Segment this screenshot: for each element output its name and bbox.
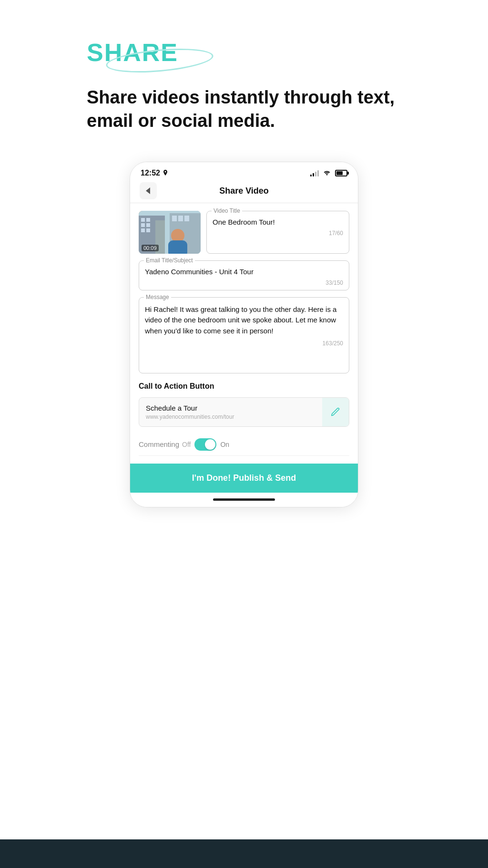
- email-field-label: Email Title/Subject: [144, 257, 195, 264]
- video-row: 00:09 Video Title One Bedroom Tour! 17/6…: [139, 211, 349, 254]
- nav-title: Share Video: [219, 186, 269, 196]
- email-field-counter: 33/150: [145, 279, 343, 286]
- commenting-row: Commenting Off On: [139, 434, 349, 456]
- message-field-value: Hi Rachel! It was great talking to you t…: [145, 304, 343, 337]
- section-label: SHARE: [87, 38, 178, 67]
- svg-rect-4: [141, 223, 145, 227]
- home-bar: [213, 498, 275, 501]
- svg-rect-7: [146, 228, 150, 232]
- svg-rect-12: [184, 216, 189, 221]
- wifi-icon: [323, 169, 331, 177]
- bottom-bar: [0, 839, 488, 868]
- toggle-knob: [205, 439, 215, 450]
- cta-text: Schedule a Tour www.yadenocommunities.co…: [139, 398, 322, 426]
- cta-title: Schedule a Tour: [146, 404, 315, 412]
- phone-mockup: 12:52: [130, 162, 358, 507]
- video-duration: 00:09: [142, 245, 159, 251]
- email-field-value: Yadeno Communities - Unit 4 Tour: [145, 268, 343, 276]
- svg-rect-2: [141, 218, 145, 222]
- message-field-label: Message: [144, 294, 171, 300]
- email-field[interactable]: Email Title/Subject Yadeno Communities -…: [139, 260, 349, 290]
- svg-rect-11: [178, 216, 183, 221]
- location-icon: [163, 170, 168, 176]
- edit-icon: [330, 407, 341, 417]
- publish-button[interactable]: I'm Done! Publish & Send: [130, 464, 358, 493]
- status-bar: 12:52: [130, 162, 358, 181]
- svg-rect-6: [141, 228, 145, 232]
- back-button[interactable]: [140, 182, 157, 199]
- svg-point-13: [171, 229, 184, 242]
- commenting-label: Commenting: [139, 440, 179, 448]
- cta-label: Call to Action Button: [139, 382, 349, 391]
- cta-edit-button[interactable]: [322, 398, 349, 426]
- status-time: 12:52: [141, 169, 168, 177]
- video-title-counter: 17/60: [213, 230, 343, 237]
- signal-icon: [310, 170, 319, 176]
- battery-icon: [335, 170, 347, 176]
- message-field-counter: 163/250: [145, 340, 343, 347]
- message-field[interactable]: Message Hi Rachel! It was great talking …: [139, 297, 349, 373]
- section-description: Share videos instantly through text, ema…: [87, 86, 401, 133]
- svg-rect-5: [146, 223, 150, 227]
- cta-url: www.yadenocommunities.com/tour: [146, 413, 315, 420]
- svg-rect-14: [168, 240, 187, 254]
- svg-rect-3: [146, 218, 150, 222]
- video-title-field[interactable]: Video Title One Bedroom Tour! 17/60: [206, 211, 349, 254]
- commenting-toggle[interactable]: [194, 438, 216, 451]
- svg-rect-10: [172, 216, 177, 221]
- commenting-on-label: On: [220, 441, 229, 448]
- nav-bar: Share Video: [130, 181, 358, 203]
- home-indicator: [130, 493, 358, 507]
- video-title-label: Video Title: [212, 207, 242, 214]
- commenting-off-label: Off: [182, 441, 191, 448]
- status-icons: [310, 169, 347, 177]
- cta-row[interactable]: Schedule a Tour www.yadenocommunities.co…: [139, 397, 349, 427]
- phone-content: 00:09 Video Title One Bedroom Tour! 17/6…: [130, 203, 358, 464]
- video-thumbnail: 00:09: [139, 211, 201, 254]
- video-title-value: One Bedroom Tour!: [213, 218, 343, 226]
